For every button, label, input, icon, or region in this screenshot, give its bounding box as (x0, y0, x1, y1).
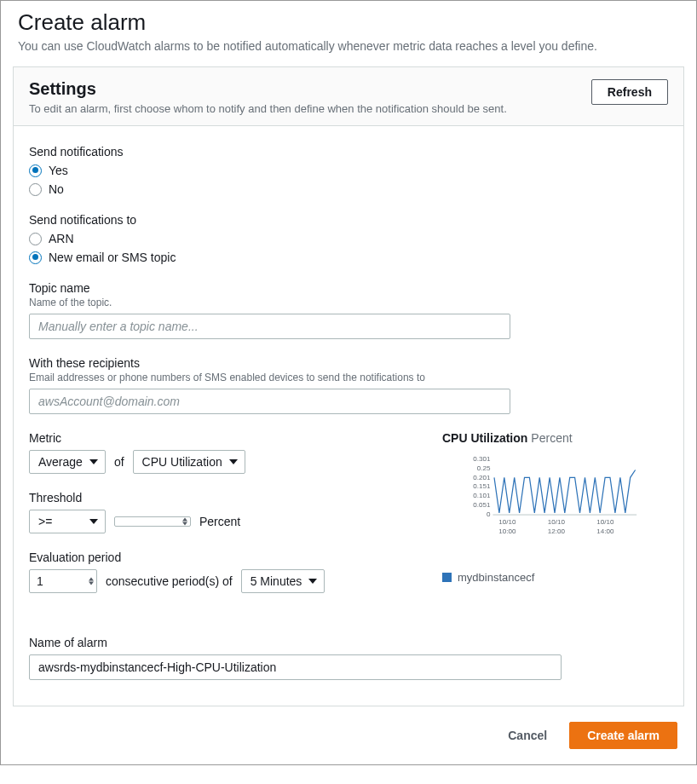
page-title: Create alarm (18, 9, 679, 36)
settings-subtitle: To edit an alarm, first choose whom to n… (29, 102, 668, 115)
radio-label: ARN (49, 232, 74, 245)
chart-line (494, 470, 636, 512)
evaluation-count-value: 1 (37, 574, 43, 588)
radio-send-no[interactable]: No (29, 182, 668, 196)
chart-title: CPU UtilizationPercent (442, 431, 668, 445)
recipients-field: With these recipients Email addresses or… (29, 356, 668, 414)
settings-body: Send notifications Yes No Send notificat… (14, 126, 683, 706)
send-to-field: Send notifications to ARN New email or S… (29, 213, 668, 264)
alarm-name-field: Name of alarm (29, 636, 668, 680)
create-alarm-modal: Create alarm You can use CloudWatch alar… (0, 0, 697, 765)
settings-header: Settings To edit an alarm, first choose … (14, 67, 683, 126)
metric-label: Metric (29, 431, 417, 445)
threshold-operator-select[interactable]: >= (29, 510, 106, 533)
chart-legend: mydbinstancecf (442, 571, 668, 584)
send-notifications-label: Send notifications (29, 145, 668, 159)
svg-text:10:00: 10:00 (498, 527, 516, 535)
create-alarm-button[interactable]: Create alarm (569, 722, 677, 749)
evaluation-count-input[interactable]: 1 (29, 569, 97, 593)
threshold-field: Threshold >= (29, 491, 417, 533)
recipients-hint: Email addresses or phone numbers of SMS … (29, 372, 668, 383)
topic-name-field: Topic name Name of the topic. (29, 281, 668, 339)
radio-label: New email or SMS topic (49, 251, 176, 264)
evaluation-period-value: 5 Minutes (251, 574, 302, 588)
of-text: of (114, 455, 124, 469)
metric-stat-value: Average (38, 455, 83, 469)
legend-label: mydbinstancecf (458, 571, 534, 584)
metric-name-select[interactable]: CPU Utilization (133, 450, 245, 474)
alarm-name-input[interactable] (29, 654, 562, 680)
svg-text:0.051: 0.051 (473, 501, 491, 509)
radio-icon (29, 164, 42, 177)
y-axis: 0.301 0.25 0.201 0.151 0.101 0.051 0 (473, 455, 491, 517)
svg-text:0.201: 0.201 (473, 474, 491, 481)
threshold-unit: Percent (199, 515, 240, 528)
modal-footer: Cancel Create alarm (1, 706, 696, 764)
radio-sendto-arn[interactable]: ARN (29, 232, 668, 245)
radio-icon (29, 233, 42, 245)
svg-text:14:00: 14:00 (596, 527, 614, 535)
svg-text:0.151: 0.151 (473, 482, 491, 490)
radio-label: Yes (49, 164, 68, 177)
chart-column: CPU UtilizationPercent 0.301 0.25 0.201 … (442, 431, 668, 610)
threshold-value-input[interactable] (114, 516, 191, 527)
step-down-icon[interactable] (89, 582, 94, 585)
step-down-icon[interactable] (182, 522, 187, 526)
metric-name-value: CPU Utilization (142, 455, 222, 469)
recipients-input[interactable] (29, 389, 510, 414)
cancel-button[interactable]: Cancel (499, 723, 556, 747)
topic-name-hint: Name of the topic. (29, 297, 668, 308)
metric-and-chart-row: Metric Average of CPU Utilization (29, 431, 668, 610)
svg-text:0.101: 0.101 (473, 492, 491, 499)
chevron-down-icon (89, 519, 98, 524)
modal-header: Create alarm You can use CloudWatch alar… (1, 1, 696, 66)
chevron-down-icon (229, 459, 238, 464)
svg-text:10/10: 10/10 (596, 518, 614, 526)
svg-text:10/10: 10/10 (498, 518, 516, 526)
settings-panel: Settings To edit an alarm, first choose … (13, 66, 684, 706)
svg-text:12:00: 12:00 (548, 527, 566, 535)
svg-text:0.301: 0.301 (473, 455, 491, 463)
send-notifications-field: Send notifications Yes No (29, 145, 668, 196)
number-stepper[interactable] (89, 578, 94, 585)
legend-swatch-icon (442, 573, 452, 582)
alarm-name-label: Name of alarm (29, 636, 668, 649)
topic-name-input[interactable] (29, 314, 510, 339)
svg-text:0: 0 (487, 510, 491, 518)
step-up-icon[interactable] (182, 518, 187, 522)
radio-icon (29, 251, 42, 264)
radio-send-yes[interactable]: Yes (29, 164, 668, 177)
chart-unit: Percent (531, 431, 572, 445)
recipients-label: With these recipients (29, 356, 668, 370)
refresh-button[interactable]: Refresh (591, 79, 668, 105)
radio-sendto-newtopic[interactable]: New email or SMS topic (29, 251, 668, 264)
threshold-operator-value: >= (38, 515, 52, 528)
evaluation-text: consecutive period(s) of (106, 574, 233, 588)
radio-icon (29, 183, 42, 196)
settings-title: Settings (29, 79, 668, 99)
step-up-icon[interactable] (89, 578, 94, 581)
metric-column: Metric Average of CPU Utilization (29, 431, 417, 610)
cpu-chart: 0.301 0.25 0.201 0.151 0.101 0.051 0 (442, 453, 668, 554)
chart-title-text: CPU Utilization (442, 431, 527, 445)
svg-text:10/10: 10/10 (548, 518, 566, 526)
evaluation-field: Evaluation period 1 consecutive period(s… (29, 551, 417, 593)
threshold-label: Threshold (29, 491, 417, 504)
topic-name-label: Topic name (29, 281, 668, 295)
evaluation-period-select[interactable]: 5 Minutes (241, 569, 325, 593)
chevron-down-icon (89, 459, 98, 464)
metric-field: Metric Average of CPU Utilization (29, 431, 417, 474)
evaluation-label: Evaluation period (29, 551, 417, 564)
page-subtitle: You can use CloudWatch alarms to be noti… (18, 39, 679, 53)
svg-text:0.25: 0.25 (477, 464, 491, 472)
x-axis: 10/10 10:00 10/10 12:00 10/10 14:00 (498, 518, 614, 535)
number-stepper[interactable] (182, 518, 187, 526)
chart-svg: 0.301 0.25 0.201 0.151 0.101 0.051 0 (442, 453, 664, 551)
radio-label: No (49, 182, 64, 196)
chevron-down-icon (308, 579, 317, 584)
metric-stat-select[interactable]: Average (29, 450, 106, 474)
send-to-label: Send notifications to (29, 213, 668, 227)
